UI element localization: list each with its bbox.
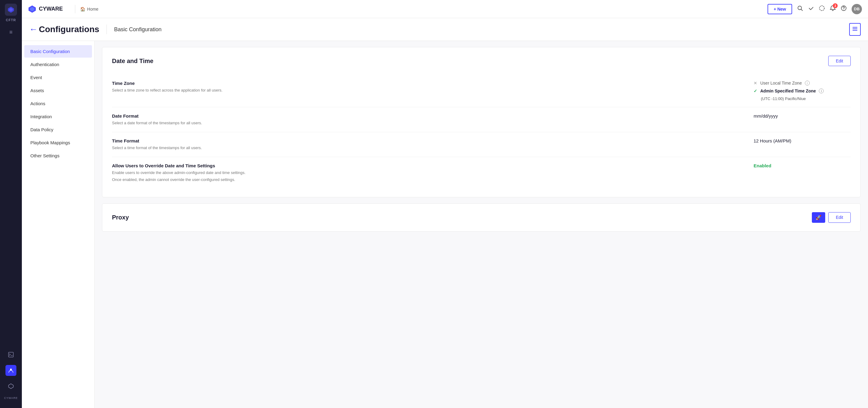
proxy-title: Proxy xyxy=(112,214,129,221)
settings-spinner-icon[interactable] xyxy=(819,5,825,13)
content-area: Basic Configuration Authentication Event… xyxy=(22,41,868,408)
timezone-option-admin: ✓ Admin Specified Time Zone i xyxy=(753,89,851,93)
timezone-admin-info-icon[interactable]: i xyxy=(819,89,824,93)
svg-point-10 xyxy=(843,9,844,10)
date-time-edit-button[interactable]: Edit xyxy=(828,56,851,66)
date-format-desc: Select a date format of the timestamps f… xyxy=(112,120,753,126)
new-button[interactable]: + New xyxy=(768,4,792,14)
time-format-value: 12 Hours (AM/PM) xyxy=(753,138,851,143)
main-content: Date and Time Edit Time Zone Select a ti… xyxy=(95,41,868,408)
topbar-actions: + New xyxy=(768,4,862,14)
sidebar-cftr-label: CFTR xyxy=(6,18,16,22)
date-format-value: mm/dd/yyyy xyxy=(753,113,851,118)
nav-item-playbook-mappings[interactable]: Playbook Mappings xyxy=(24,136,92,149)
timezone-admin-label: Admin Specified Time Zone xyxy=(760,89,816,93)
home-icon: 🏠 xyxy=(80,7,85,11)
topbar-logo: CYWARE xyxy=(28,5,63,13)
time-format-desc: Select a time format of the timestamps f… xyxy=(112,145,753,151)
date-format-left: Date Format Select a date format of the … xyxy=(112,113,753,126)
proxy-edit-button[interactable]: Edit xyxy=(828,212,851,223)
override-row: Allow Users to Override Date and Time Se… xyxy=(112,157,851,188)
sidebar-user-icon[interactable] xyxy=(5,365,17,376)
page-header: ← Configurations Basic Configuration xyxy=(22,18,868,41)
nav-item-actions[interactable]: Actions xyxy=(24,97,92,110)
timezone-x-icon: ✕ xyxy=(753,81,757,86)
page-subtitle: Basic Configuration xyxy=(114,26,849,33)
time-format-row: Time Format Select a time format of the … xyxy=(112,132,851,157)
topbar: CYWARE 🏠 Home + New xyxy=(22,0,868,18)
override-left: Allow Users to Override Date and Time Se… xyxy=(112,163,753,182)
date-format-current: mm/dd/yyyy xyxy=(753,113,851,118)
svg-point-8 xyxy=(819,6,824,11)
main-area: CYWARE 🏠 Home + New xyxy=(22,0,868,408)
time-zone-row: Time Zone Select a time zone to reflect … xyxy=(112,75,851,107)
nav-item-event[interactable]: Event xyxy=(24,71,92,84)
back-button[interactable]: ← xyxy=(29,25,38,34)
check-icon[interactable] xyxy=(808,5,814,13)
page-header-divider xyxy=(106,25,107,34)
date-time-header: Date and Time Edit xyxy=(112,56,851,66)
svg-marker-4 xyxy=(8,384,13,388)
time-format-left: Time Format Select a time format of the … xyxy=(112,138,753,151)
topbar-logo-text: CYWARE xyxy=(39,6,63,12)
sidebar-bottom-icons: CYWARE xyxy=(4,349,18,404)
date-time-title: Date and Time xyxy=(112,58,153,65)
nav-item-assets[interactable]: Assets xyxy=(24,84,92,97)
help-icon[interactable] xyxy=(841,5,847,13)
timezone-user-label: User Local Time Zone xyxy=(760,81,802,86)
sidebar-menu-icon[interactable]: ≡ xyxy=(9,29,13,35)
override-status: Enabled xyxy=(753,163,851,168)
topbar-breadcrumb: 🏠 Home xyxy=(80,7,98,11)
nav-item-basic-configuration[interactable]: Basic Configuration xyxy=(24,45,92,58)
date-format-row: Date Format Select a date format of the … xyxy=(112,107,851,132)
sidebar-cyware-label: CYWARE xyxy=(4,397,18,400)
override-value: Enabled xyxy=(753,163,851,168)
breadcrumb-home[interactable]: Home xyxy=(87,7,98,11)
time-format-label: Time Format xyxy=(112,138,753,143)
timezone-option-user: ✕ User Local Time Zone i xyxy=(753,81,851,86)
sidebar-cyware-logo-icon[interactable] xyxy=(5,381,17,392)
sidebar-logo[interactable] xyxy=(5,4,17,16)
time-zone-label: Time Zone xyxy=(112,81,753,86)
timezone-sub-label: (UTC -11:00) Pacific/Niue xyxy=(761,96,851,101)
notification-bell-icon[interactable]: 3 xyxy=(830,5,836,13)
override-desc1: Enable users to override the above admin… xyxy=(112,170,753,175)
svg-rect-2 xyxy=(8,352,13,357)
date-format-label: Date Format xyxy=(112,113,753,118)
topbar-divider xyxy=(75,5,75,13)
nav-item-authentication[interactable]: Authentication xyxy=(24,58,92,71)
proxy-buttons: 🚀 Edit xyxy=(812,212,851,223)
proxy-section: Proxy 🚀 Edit xyxy=(102,203,861,232)
proxy-rocket-button[interactable]: 🚀 xyxy=(812,212,825,223)
timezone-user-info-icon[interactable]: i xyxy=(805,81,810,86)
time-zone-desc: Select a time zone to reflect across the… xyxy=(112,88,753,93)
proxy-header: Proxy 🚀 Edit xyxy=(112,212,851,223)
page-title: Configurations xyxy=(39,25,99,34)
time-format-current: 12 Hours (AM/PM) xyxy=(753,138,851,143)
override-desc2: Once enabled, the admin cannot override … xyxy=(112,177,753,182)
list-view-icon[interactable] xyxy=(849,23,861,36)
svg-point-3 xyxy=(10,369,12,370)
left-nav: Basic Configuration Authentication Event… xyxy=(22,41,95,408)
notification-count: 3 xyxy=(833,3,838,8)
nav-item-integration[interactable]: Integration xyxy=(24,110,92,123)
time-zone-left: Time Zone Select a time zone to reflect … xyxy=(112,81,753,93)
search-icon[interactable] xyxy=(797,5,803,13)
nav-item-other-settings[interactable]: Other Settings xyxy=(24,149,92,162)
time-zone-value: ✕ User Local Time Zone i ✓ Admin Specifi… xyxy=(753,81,851,101)
override-label: Allow Users to Override Date and Time Se… xyxy=(112,163,753,168)
timezone-check-icon: ✓ xyxy=(753,89,757,93)
date-time-section: Date and Time Edit Time Zone Select a ti… xyxy=(102,47,861,197)
nav-item-data-policy[interactable]: Data Policy xyxy=(24,123,92,136)
sidebar: CFTR ≡ CYWARE xyxy=(0,0,22,408)
sidebar-terminal-icon[interactable] xyxy=(5,349,17,360)
user-avatar[interactable]: DB xyxy=(851,4,862,14)
